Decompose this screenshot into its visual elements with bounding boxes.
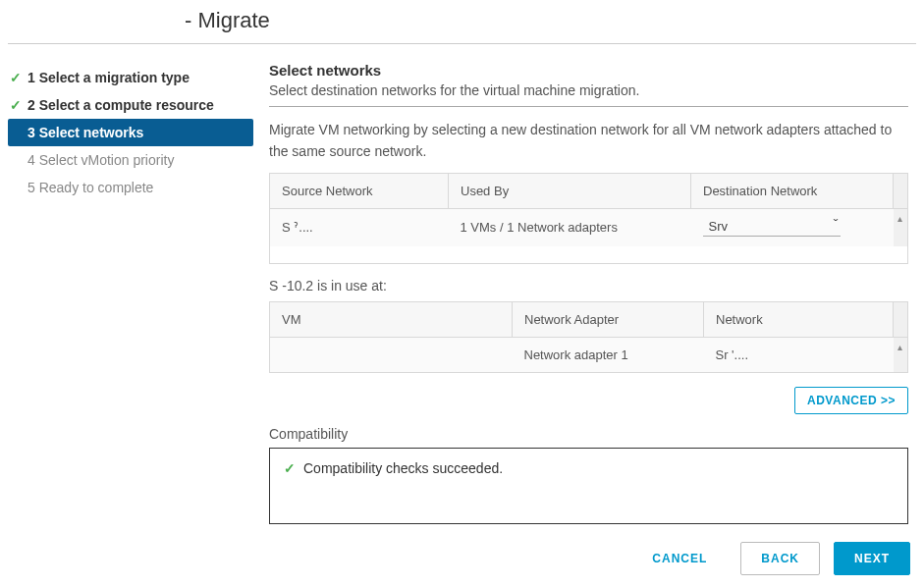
- in-use-label: S -10.2 is in use at:: [269, 278, 908, 294]
- step-label: 3 Select networks: [27, 125, 143, 140]
- cell-vm: [270, 338, 513, 373]
- compatibility-box: ✓ Compatibility checks succeeded.: [269, 448, 908, 524]
- step-vmotion-priority: 4 Select vMotion priority: [8, 146, 253, 174]
- vm-usage-table: VM Network Adapter Network Network adapt…: [269, 301, 908, 373]
- col-source-network[interactable]: Source Network: [270, 173, 449, 208]
- wizard-footer: CANCEL BACK NEXT: [632, 542, 910, 575]
- cell-destination[interactable]: Srv: [691, 208, 894, 246]
- scroll-up-icon[interactable]: ▴: [894, 338, 908, 373]
- scroll-up-icon[interactable]: ▴: [894, 208, 908, 246]
- advanced-row: ADVANCED >>: [269, 387, 908, 414]
- compatibility-message: Compatibility checks succeeded.: [303, 460, 503, 476]
- col-vm[interactable]: VM: [270, 302, 513, 338]
- advanced-button[interactable]: ADVANCED >>: [794, 387, 908, 414]
- back-button[interactable]: BACK: [740, 542, 820, 575]
- col-destination-network[interactable]: Destination Network: [691, 173, 894, 208]
- page-title: - Migrate: [185, 8, 270, 32]
- step-label: 1 Select a migration type: [27, 70, 190, 85]
- check-icon: ✓: [284, 460, 296, 476]
- compatibility-label: Compatibility: [269, 426, 908, 442]
- section-title: Select networks: [269, 62, 908, 79]
- table-row-empty: [270, 246, 908, 264]
- cell-network: Sr '....: [704, 338, 894, 373]
- content-panel: Select networks Select destination netwo…: [253, 52, 916, 524]
- next-button[interactable]: NEXT: [834, 542, 910, 575]
- col-adapter[interactable]: Network Adapter: [513, 302, 704, 338]
- cancel-button[interactable]: CANCEL: [632, 543, 727, 574]
- scroll-column: [894, 173, 908, 208]
- scroll-column: [894, 302, 908, 338]
- section-desc: Select destination networks for the virt…: [269, 82, 908, 98]
- step-ready-complete: 5 Ready to complete: [8, 174, 253, 201]
- step-label: 5 Ready to complete: [27, 180, 153, 195]
- wizard-header: - Migrate: [8, 0, 916, 44]
- step-select-networks[interactable]: 3 Select networks: [8, 119, 253, 146]
- col-used-by[interactable]: Used By: [449, 173, 691, 208]
- step-migration-type[interactable]: 1 Select a migration type: [8, 64, 253, 91]
- step-label: 2 Select a compute resource: [27, 97, 214, 113]
- wizard-steps-sidebar: 1 Select a migration type 2 Select a com…: [8, 52, 253, 524]
- main-container: 1 Select a migration type 2 Select a com…: [0, 44, 924, 524]
- network-mapping-table: Source Network Used By Destination Netwo…: [269, 173, 908, 265]
- divider: [269, 106, 908, 107]
- destination-network-select[interactable]: Srv: [703, 219, 841, 237]
- compatibility-row: ✓ Compatibility checks succeeded.: [284, 460, 894, 476]
- instruction-text: Migrate VM networking by selecting a new…: [269, 119, 908, 163]
- cell-source: S ˀ....: [270, 208, 449, 246]
- table-row[interactable]: Network adapter 1 Sr '.... ▴: [270, 338, 908, 373]
- step-label: 4 Select vMotion priority: [27, 152, 174, 168]
- cell-adapter: Network adapter 1: [513, 338, 704, 373]
- table-row[interactable]: S ˀ.... 1 VMs / 1 Network adapters Srv ▴: [270, 208, 908, 246]
- step-compute-resource[interactable]: 2 Select a compute resource: [8, 91, 253, 119]
- cell-usedby: 1 VMs / 1 Network adapters: [449, 208, 691, 246]
- col-network[interactable]: Network: [704, 302, 894, 338]
